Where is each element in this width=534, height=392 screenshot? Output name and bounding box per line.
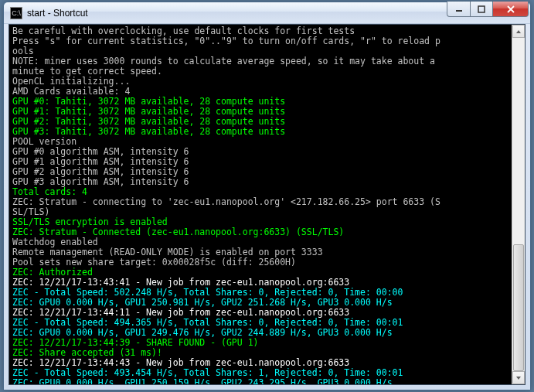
console-client-area: Be careful with overclocking, use defaul… <box>9 24 525 385</box>
app-window: C:\ start - Shortcut Be careful with ove… <box>3 2 531 390</box>
app-icon: C:\ <box>10 7 22 19</box>
scroll-thumb[interactable] <box>513 244 524 371</box>
vertical-scrollbar[interactable] <box>512 25 525 384</box>
console-line: GPU #3: Tahiti, 3072 MB available, 28 co… <box>12 127 508 137</box>
minimize-button[interactable] <box>447 2 470 17</box>
svg-rect-0 <box>456 10 462 12</box>
console-line: ZEC: Stratum - connecting to 'zec-eu1.na… <box>12 197 508 207</box>
window-controls <box>447 2 529 17</box>
console-output: Be careful with overclocking, use defaul… <box>9 25 511 384</box>
window-title: start - Shortcut <box>27 8 447 19</box>
titlebar[interactable]: C:\ start - Shortcut <box>4 2 530 24</box>
console-line: Press "s" for current statistics, "0".."… <box>12 36 508 46</box>
scroll-down-button[interactable] <box>512 371 525 384</box>
scroll-track[interactable] <box>512 38 525 371</box>
close-button[interactable] <box>493 2 529 17</box>
console-line: ZEC: GPU0 0.000 H/s, GPU1 250.159 H/s, G… <box>12 378 508 384</box>
svg-rect-1 <box>478 6 485 12</box>
maximize-button[interactable] <box>470 2 493 17</box>
scroll-up-button[interactable] <box>512 25 525 38</box>
